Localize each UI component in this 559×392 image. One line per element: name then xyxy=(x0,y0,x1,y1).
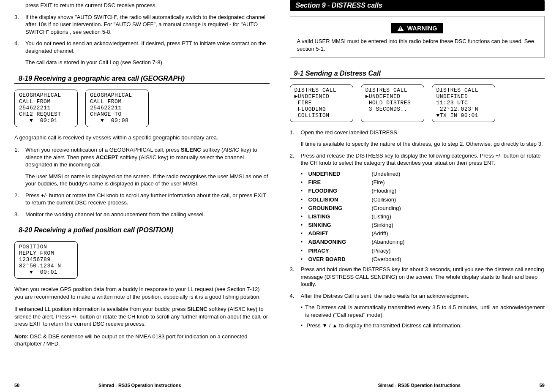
lcd-display: GEOGRAPHICAL CALL FROM 254622211 CHANGE … xyxy=(85,90,149,127)
bold-silenc: SILENC xyxy=(181,147,201,153)
list-subtext: If time is available to specify the natu… xyxy=(301,140,545,148)
bold-accept: ACCEPT xyxy=(96,154,118,161)
bullet-dot: • xyxy=(301,322,307,329)
list-body: When you receive notification of a GEOGR… xyxy=(25,146,270,169)
category-term: UNDEFINED xyxy=(308,170,372,178)
category-def: (Overboard) xyxy=(372,256,545,263)
page-footer: 58 Simrad - RS35 Operation Instructions xyxy=(0,383,280,388)
list-number: 2. xyxy=(290,152,301,167)
bullet-dot: • xyxy=(301,204,308,212)
warning-triangle-icon xyxy=(397,26,404,31)
lcd-display: DISTRES CALL ►UNDEFINED FIRE FLOODING CO… xyxy=(290,84,353,122)
category-row: •FIRE(Fire) xyxy=(301,179,545,186)
category-def: (Grounding) xyxy=(372,204,545,212)
list-number: 3. xyxy=(14,211,25,218)
bullet-dot: • xyxy=(301,196,308,204)
bullet-text: The Distress call is automatically trans… xyxy=(305,304,545,318)
lcd-display: POSITION REPLY FROM 123456789 82°50.1234… xyxy=(14,241,78,279)
category-def: (Fire) xyxy=(372,179,545,186)
text-frag: When you receive notification of a GEOGR… xyxy=(25,147,181,153)
list-item-1: 1. When you receive notification of a GE… xyxy=(14,146,270,169)
sub-bullet: • Press ▼ / ▲ to display the transmitted… xyxy=(301,322,545,329)
category-term: FLOODING xyxy=(308,187,372,195)
category-row: •ADRIFT(Adrift) xyxy=(301,230,545,237)
list-subtext: The call data is stored in your Call Log… xyxy=(25,59,270,66)
category-term: ABANDONING xyxy=(308,238,372,246)
category-row: •UNDEFINED(Undefined) xyxy=(301,170,545,178)
list-item-3: 3. Press and hold down the DISTRESS key … xyxy=(290,266,545,288)
category-term: ADRIFT xyxy=(308,230,372,237)
bullet-text: Press ▼ / ▲ to display the transmitted D… xyxy=(307,322,462,329)
page-58: press EXIT to return the current DSC rec… xyxy=(0,0,280,392)
bullet-dot: • xyxy=(301,221,308,229)
footer-title: Simrad - RS35 Operation Instructions xyxy=(311,383,528,388)
lcd-row-820: POSITION REPLY FROM 123456789 82°50.1234… xyxy=(14,241,270,279)
paragraph: A geographic call is received by vessels… xyxy=(14,134,270,142)
category-term: GROUNDING xyxy=(308,204,372,212)
bullet-dot: • xyxy=(301,256,308,263)
section-9-banner: Section 9 - DISTRESS calls xyxy=(290,0,545,11)
warning-frame: WARNING A valid USER MMSI must be entere… xyxy=(290,16,545,58)
paragraph: When you receive GPS position data from … xyxy=(14,286,270,300)
category-term: OVER BOARD xyxy=(308,256,372,263)
category-def: (Adrift) xyxy=(372,230,545,237)
category-row: •SINKING(Sinking) xyxy=(301,221,545,229)
bullet-dot: • xyxy=(301,247,308,255)
bullet-dot: • xyxy=(301,179,308,186)
sub-bullet: • The Distress call is automatically tra… xyxy=(301,304,545,318)
category-row: •COLLISION(Collision) xyxy=(301,196,545,204)
category-def: (Undefined) xyxy=(372,170,545,178)
list-body: Press and hold down the DISTRESS key for… xyxy=(301,266,545,288)
lcd-row-91: DISTRES CALL ►UNDEFINED FIRE FLOODING CO… xyxy=(290,84,545,122)
warning-body: A valid USER MMSI must be entered into t… xyxy=(297,38,538,52)
list-number: 3. xyxy=(14,14,25,36)
list-item-3b: 3. Monitor the working channel for an an… xyxy=(14,211,270,218)
category-def: (Sinking) xyxy=(372,221,545,229)
category-def: (Piracy) xyxy=(372,247,545,255)
lcd-display: DISTRES CALL UNDEFINED 11:23 UTC 22°12.0… xyxy=(432,84,495,122)
category-row: •PIRACY(Piracy) xyxy=(301,247,545,255)
note-body: DSC & DSE sentence will be output on the… xyxy=(14,333,247,347)
lcd-display: DISTRES CALL ►UNDEFINED HOLD DISTRES 3 S… xyxy=(361,84,424,122)
bullet-dot: • xyxy=(301,213,308,220)
list-body: Press +/- button or rotate the CH knob t… xyxy=(25,192,270,207)
paragraph: If enhanced LL position information is a… xyxy=(14,305,270,328)
category-list: •UNDEFINED(Undefined)•FIRE(Fire)•FLOODIN… xyxy=(290,169,545,264)
list-subtext: The user MMSI or name is displayed on th… xyxy=(25,173,270,188)
category-row: •GROUNDING(Grounding) xyxy=(301,204,545,212)
category-term: SINKING xyxy=(308,221,372,229)
category-row: •LISTING(Listing) xyxy=(301,213,545,220)
bullet-dot: • xyxy=(301,170,308,178)
list-item-2: 2. Press and release the DISTRESS key to… xyxy=(290,152,545,167)
category-row: •ABANDONING(Abandoning) xyxy=(301,238,545,246)
list-number: 1. xyxy=(14,146,25,169)
category-def: (Collision) xyxy=(372,196,545,204)
list-number: 3. xyxy=(290,266,301,288)
list-number: 4. xyxy=(14,40,25,54)
bullet-dot: • xyxy=(301,238,308,246)
bold-silenc: SILENC xyxy=(187,306,207,312)
list-number: 4. xyxy=(290,292,301,300)
list-number: 1. xyxy=(290,129,301,136)
heading-8-19: 8-19 Receiving a geographic area call (G… xyxy=(14,74,270,84)
list-body: Open the red cover labelled DISTRESS. xyxy=(301,129,545,136)
list-body: You do not need to send an acknowledgeme… xyxy=(25,40,270,54)
note-label: Note: xyxy=(14,333,28,340)
list-body: After the Distress Call is sent, the rad… xyxy=(301,292,545,300)
text-frag: If enhanced LL position information is a… xyxy=(14,306,187,312)
heading-8-20: 8-20 Receiving a polled position call (P… xyxy=(14,226,270,235)
category-term: FIRE xyxy=(308,179,372,186)
heading-9-1: 9-1 Sending a Distress Call xyxy=(290,69,545,79)
list-number: 2. xyxy=(14,192,25,207)
bullet-dot: • xyxy=(301,230,308,237)
page-59: Section 9 - DISTRESS calls WARNING A val… xyxy=(280,0,559,392)
list-body: Monitor the working channel for an annou… xyxy=(25,211,270,218)
page-number: 59 xyxy=(528,383,545,388)
list-body: If the display shows "AUTO SWITCH", the … xyxy=(25,14,270,36)
category-term: COLLISION xyxy=(308,196,372,204)
lcd-row-819: GEOGRAPHICAL CALL FROM 254622211 CH12 RE… xyxy=(14,90,270,127)
category-def: (Listing) xyxy=(372,213,545,220)
category-row: •FLOODING(Flooding) xyxy=(301,187,545,195)
page-footer: Simrad - RS35 Operation Instructions 59 xyxy=(280,383,559,388)
list-item-3: 3. If the display shows "AUTO SWITCH", t… xyxy=(14,14,270,36)
